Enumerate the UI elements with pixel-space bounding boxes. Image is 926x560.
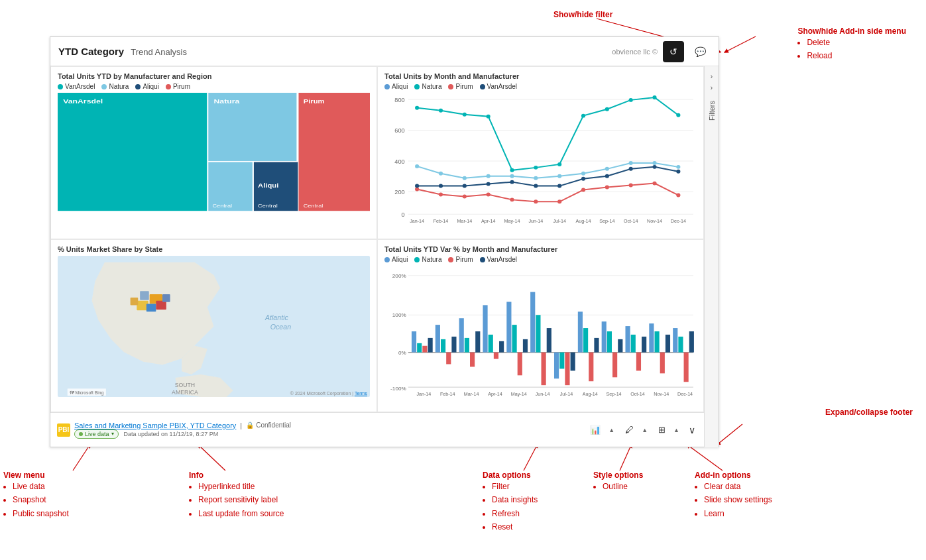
annotation-addin-list: Delete Reload [807,36,906,63]
line-legend-pirum: Pirum [448,83,473,90]
svg-text:Central: Central [258,203,278,209]
line-chart-title: Total Units by Month and Manufacturer [384,72,697,80]
treemap-legend: VanArsdel Natura Aliqui Pirum [58,83,370,90]
legend-dot-vanarsdel [58,84,63,89]
annotation-title-addin-opts: Add-in options [695,471,751,480]
svg-text:🗺 Microsoft Bing: 🗺 Microsoft Bing [70,390,104,396]
svg-rect-124 [470,353,475,367]
svg-text:Nov-14: Nov-14 [647,219,662,223]
chevron-up-icon-3: ▲ [673,427,679,433]
map-title: % Units Market Share by State [58,245,370,253]
annotation-info-list: Hyperlinked title Report sensitivity lab… [198,480,284,520]
svg-rect-129 [499,341,504,353]
svg-text:Ocean: Ocean [270,323,291,331]
svg-text:100%: 100% [392,312,406,318]
footer-separator: | [240,421,242,429]
svg-point-51 [605,107,609,111]
svg-rect-155 [655,331,660,353]
report-title: YTD Category [58,46,124,57]
footer-title-link[interactable]: Sales and Marketing Sample PBIX, YTD Cat… [74,421,236,429]
svg-rect-133 [523,339,528,353]
svg-rect-125 [475,331,480,353]
line-chart: Total Units by Month and Manufacturer Al… [377,66,704,239]
svg-text:0%: 0% [398,350,406,356]
style-options-button[interactable]: 🖊 [622,423,637,437]
map-copyright: © 2024 Microsoft Corporation | Terms [290,391,367,396]
svg-text:May-14: May-14 [504,219,520,224]
line-dot-natura [414,84,420,89]
line-label-pirum: Pirum [455,83,473,90]
svg-rect-115 [417,343,422,353]
chevron-down-icon: ∨ [689,425,695,435]
live-data-button[interactable]: Live data ▾ [74,429,119,439]
svg-rect-130 [506,302,511,352]
svg-rect-161 [689,331,694,353]
svg-rect-157 [666,335,670,353]
svg-rect-139 [559,353,564,369]
addin-options-chevron[interactable]: ▲ [670,425,683,435]
confidential-badge: 🔒 Confidential [246,421,291,429]
line-label-vanarsdel: VanArsdel [487,83,517,90]
style-options-chevron[interactable]: ▲ [638,425,651,435]
filters-label: Filters [708,101,716,121]
svg-rect-128 [494,353,498,359]
svg-point-85 [557,184,561,188]
svg-text:Apr-14: Apr-14 [481,219,496,224]
data-options-group: 📊 ▲ [587,423,618,437]
line-dot-vanarsdel [480,84,485,89]
bar-label-vanarsdel: VanArsdel [487,256,517,263]
svg-point-49 [557,162,561,166]
svg-text:Oct-14: Oct-14 [630,392,645,396]
bar-label-natura: Natura [422,256,441,263]
legend-dot-aliqui [135,84,141,89]
svg-text:Jan-14: Jan-14 [410,219,424,223]
filters-chevron-icon[interactable]: › [711,73,713,80]
live-dot [79,432,83,436]
svg-point-56 [439,172,443,176]
charts-area: Total Units YTD by Manufacturer and Regi… [50,66,704,412]
annotation-view-menu: View menu Live data Snapshot Public snap… [3,471,69,520]
addin-icon-button[interactable]: ↺ [663,41,684,62]
data-options-button[interactable]: 📊 [587,423,604,437]
bar-dot-vanarsdel [480,257,485,262]
svg-point-50 [581,114,585,118]
annotation-view-public: Public snapshot [13,507,69,520]
svg-rect-151 [631,335,636,353]
svg-rect-96 [140,291,149,300]
annotation-data-options: Data options Filter Data insights Refres… [483,471,538,534]
svg-point-90 [676,170,680,174]
expand-footer-button[interactable]: ∨ [687,423,697,437]
svg-line-1 [726,36,756,52]
svg-point-74 [581,188,585,192]
svg-text:Pirum: Pirum [304,98,325,105]
svg-line-3 [73,445,89,471]
filters-chevron-icon-2[interactable]: › [711,84,713,91]
map-chart: % Units Market Share by State [50,239,377,412]
footer-info: Sales and Marketing Sample PBIX, YTD Cat… [74,421,291,439]
svg-point-81 [463,184,467,188]
svg-text:Natura: Natura [214,97,241,104]
legend-pirum: Pirum [166,83,190,90]
map-container[interactable]: Atlantic Ocean SOUTH AMERICA 🗺 Microsoft… [58,256,370,397]
treemap-container[interactable]: VanArsdel Central Natura Central Aliqui … [58,93,370,224]
svg-rect-132 [518,353,522,376]
legend-dot-natura [101,84,107,89]
svg-text:600: 600 [394,128,404,135]
comment-icon-button[interactable]: 💬 [689,41,711,62]
svg-rect-119 [441,339,445,353]
svg-rect-149 [618,339,622,353]
svg-point-62 [581,172,585,176]
svg-rect-144 [589,353,593,382]
svg-text:Feb-14: Feb-14 [434,219,449,223]
annotation-addin-slideshow: Slide show settings [704,493,772,506]
svg-text:Atlantic: Atlantic [264,313,289,321]
svg-rect-8 [58,93,207,211]
bar-chart-icon: 📊 [590,425,601,435]
footer-right-section: 📊 ▲ 🖊 ▲ ⊞ ▲ [587,423,697,437]
data-options-chevron[interactable]: ▲ [605,425,618,435]
legend-label-aliqui: Aliqui [143,83,158,90]
svg-point-80 [439,184,443,188]
svg-text:Oct-14: Oct-14 [624,219,638,223]
annotation-info-title: Hyperlinked title [198,480,284,493]
addin-options-button[interactable]: ⊞ [655,423,669,437]
